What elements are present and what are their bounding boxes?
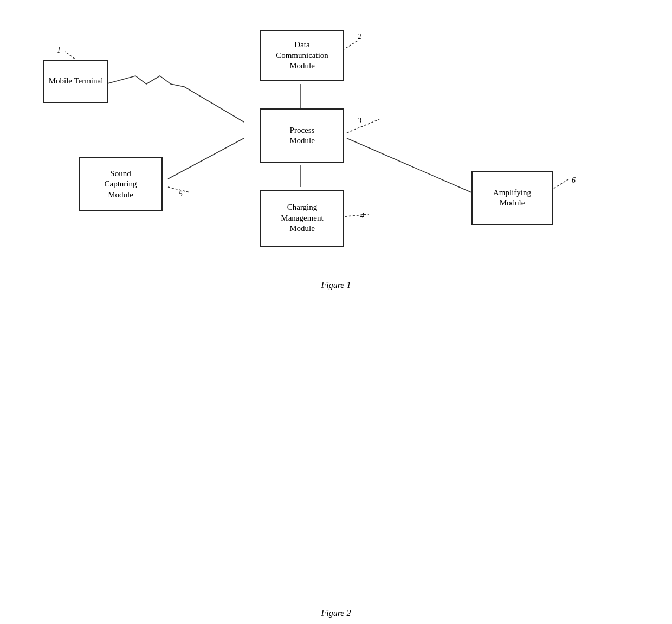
charging-mgmt-1: ChargingManagementModule [260,190,344,247]
mobile-terminal-1: Mobile Terminal [43,60,108,103]
ref-5-fig1: 5 [179,190,183,198]
figure-1-label: Figure 1 [0,280,672,290]
data-comm-1: DataCommunicationModule [260,30,344,81]
sound-capturing-1: SoundCapturingModule [79,157,163,211]
ref-4-fig1: 4 [360,211,364,220]
figure-2: MobileTerminal 1 DataCommunicationModule… [0,309,672,624]
svg-line-3 [168,138,244,179]
ref-3-fig1: 3 [358,117,361,125]
figure-1: Mobile Terminal 1 DataCommunicationModul… [0,0,672,304]
amplifying-1: AmplifyingModule [471,171,553,225]
ref-1-fig1: 1 [57,46,61,55]
svg-line-7 [341,214,369,217]
process-module-1: ProcessModule [260,108,344,163]
svg-line-2 [347,138,471,192]
figure-2-connections [0,309,672,624]
ref-6-fig1: 6 [572,176,576,185]
figure-2-label: Figure 2 [0,608,672,618]
ref-2-fig1: 2 [358,33,361,41]
svg-line-6 [347,119,379,133]
